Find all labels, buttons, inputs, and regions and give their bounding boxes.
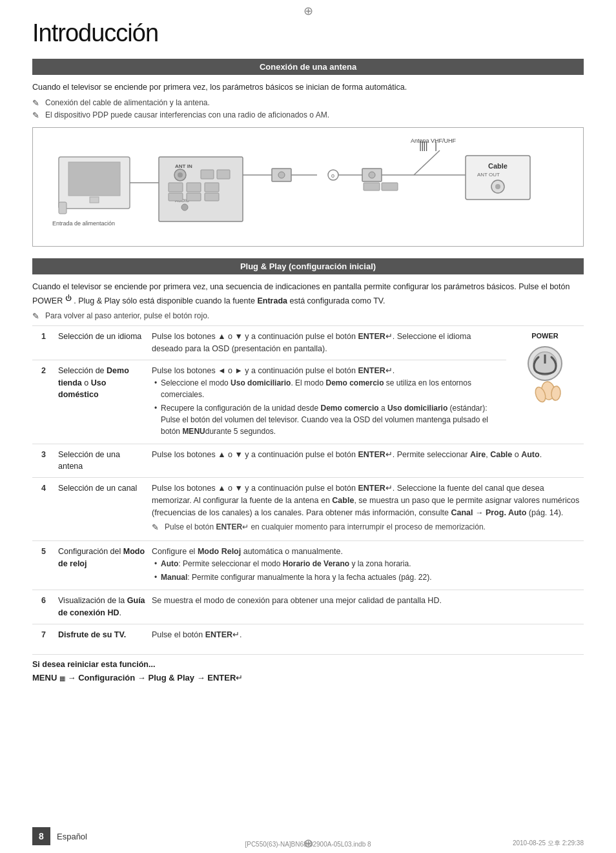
step-row-3: 3 Selección de una antena Pulse los boto… — [32, 444, 584, 478]
svg-text:Antena VHF/UHF: Antena VHF/UHF — [411, 138, 457, 144]
bullet-5-1: Auto: Permite seleccionar el modo Horari… — [152, 558, 580, 570]
svg-rect-37 — [169, 193, 183, 201]
restart-title: Si desea reiniciar esta función... — [32, 660, 584, 669]
svg-point-9 — [178, 172, 183, 178]
step-row-1: 1 Selección de un idioma Pulse los boton… — [32, 326, 584, 360]
svg-rect-39 — [205, 193, 219, 201]
step-desc-4: Pulse los botones ▲ o ▼ y a continuación… — [149, 478, 584, 541]
svg-rect-40 — [364, 183, 380, 190]
svg-point-19 — [278, 172, 285, 178]
bullet-5-2: Manual: Permite configurar manualmente l… — [152, 571, 580, 583]
body-text-2: Cuando el televisor se enciende por prim… — [32, 281, 584, 307]
power-image: POWER — [506, 326, 584, 444]
step-num-6: 6 — [32, 590, 55, 624]
note-2: El dispositivo PDP puede causar interfer… — [32, 110, 584, 119]
step-row-7: 7 Disfrute de su TV. Pulse el botón ENTE… — [32, 624, 584, 645]
svg-text:Cable: Cable — [488, 162, 508, 170]
step-desc-3: Pulse los botones ▲ o ▼ y a continuación… — [149, 444, 584, 478]
menu-path: MENU ▦ → Configuración → Plug & Play → E… — [32, 673, 584, 683]
svg-rect-38 — [187, 193, 201, 201]
steps-table: 1 Selección de un idioma Pulse los boton… — [32, 325, 584, 645]
step-num-7: 7 — [32, 624, 55, 645]
step-desc-5: Configure el Modo Reloj automática o man… — [149, 541, 584, 590]
step-title-6: Visualización de la Guía de conexión HD. — [55, 590, 149, 624]
svg-rect-3 — [59, 202, 67, 214]
svg-rect-14 — [205, 183, 219, 192]
step4-note: Pulse el botón ENTER↵ en cualquier momen… — [152, 521, 580, 533]
step-title-2: Selección de Demo tienda o Uso doméstico — [55, 360, 149, 444]
step-row-5: 5 Configuración del Modo de reloj Config… — [32, 541, 584, 590]
svg-text:ANT IN: ANT IN — [175, 163, 192, 169]
page-number: 8 — [32, 827, 50, 845]
step-num-1: 1 — [32, 326, 55, 360]
svg-point-16 — [181, 204, 188, 211]
power-button-svg — [516, 344, 574, 406]
svg-line-27 — [414, 150, 440, 175]
svg-rect-10 — [201, 170, 214, 179]
note-3: Para volver al paso anterior, pulse el b… — [32, 311, 584, 320]
note-1: Conexión del cable de alimentación y la … — [32, 98, 584, 107]
svg-text:Entrada de alimentación: Entrada de alimentación — [52, 220, 115, 227]
svg-rect-1 — [68, 162, 120, 196]
page-language: Español — [57, 832, 87, 841]
step-title-4: Selección de un canal — [55, 478, 149, 541]
diagram-svg: Entrada de alimentación ANT IN AUDIO — [39, 138, 582, 238]
svg-rect-2 — [90, 197, 99, 203]
step-row-6: 6 Visualización de la Guía de conexión H… — [32, 590, 584, 624]
antenna-diagram: Entrada de alimentación ANT IN AUDIO — [32, 127, 584, 247]
footer-file: [PC550(63)-NA]BN68-02900A-05L03.indb 8 — [245, 841, 371, 848]
svg-rect-11 — [217, 170, 230, 179]
footer-date: 2010-08-25 오후 2:29:38 — [513, 839, 584, 848]
section1-header: Conexión de una antena — [32, 59, 584, 75]
step-num-3: 3 — [32, 444, 55, 478]
step-num-4: 4 — [32, 478, 55, 541]
section1: Conexión de una antena Cuando el televis… — [32, 59, 584, 247]
step-desc-6: Se muestra el modo de conexión para obte… — [149, 590, 584, 624]
step-num-5: 5 — [32, 541, 55, 590]
step-desc-7: Pulse el botón ENTER↵. — [149, 624, 584, 645]
step-desc-1: Pulse los botones ▲ o ▼ y a continuación… — [149, 326, 506, 360]
step-title-3: Selección de una antena — [55, 444, 149, 478]
svg-rect-12 — [169, 183, 183, 192]
svg-point-25 — [369, 172, 375, 178]
section2: Plug & Play (configuración inicial) Cuan… — [32, 258, 584, 683]
svg-text:ANT OUT: ANT OUT — [477, 172, 500, 178]
svg-rect-13 — [187, 183, 201, 192]
svg-point-36 — [495, 184, 500, 189]
section2-header: Plug & Play (configuración inicial) — [32, 258, 584, 274]
step-row-4: 4 Selección de un canal Pulse los botone… — [32, 478, 584, 541]
step-num-2: 2 — [32, 360, 55, 444]
crosshair-top-icon: ⊕ — [302, 4, 314, 17]
restart-section: Si desea reiniciar esta función... MENU … — [32, 654, 584, 683]
body-text-1: Cuando el televisor se enciende por prim… — [32, 81, 584, 94]
step-title-7: Disfrute de su TV. — [55, 624, 149, 645]
page-title: Introducción — [32, 19, 584, 47]
page: ⊕ Introducción Conexión de una antena Cu… — [0, 0, 616, 853]
step-row-2: 2 Selección de Demo tienda o Uso domésti… — [32, 360, 584, 444]
step-title-5: Configuración del Modo de reloj — [55, 541, 149, 590]
svg-rect-41 — [382, 183, 398, 190]
step-desc-2: Pulse los botones ◄ o ► y a continuación… — [149, 360, 506, 444]
step-title-1: Selección de un idioma — [55, 326, 149, 360]
svg-text:o: o — [331, 172, 334, 179]
power-label: POWER — [509, 331, 580, 342]
bullet-2-1: Seleccione el modo Uso domiciliario. El … — [152, 377, 503, 400]
bullet-2-2: Recupere la configuración de la unidad d… — [152, 402, 503, 437]
